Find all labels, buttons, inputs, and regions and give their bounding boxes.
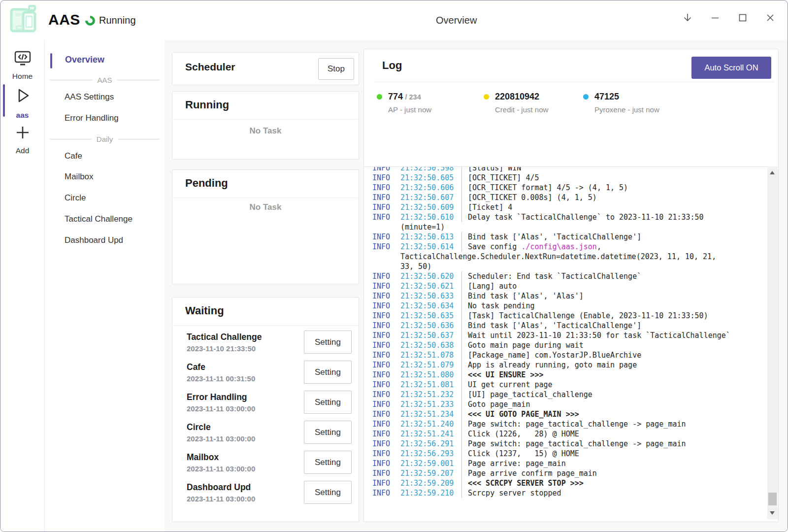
setting-button[interactable]: Setting [304,361,352,384]
log-line: INFO21:32:51.079App is already running, … [372,360,765,370]
log-message: [Status] WIN [468,166,765,173]
log-time: 21:32:59.207 [400,468,455,478]
waiting-task-time: 2023-11-11 03:00:00 [187,404,255,413]
log-separator [461,281,462,291]
log-time: 21:32:50.609 [400,202,455,212]
log-level: INFO [372,166,400,173]
log-level: INFO [372,271,400,281]
ap-dot-icon [377,94,382,100]
waiting-task-name: Dashboard Upd [187,482,255,493]
download-arrow-button[interactable] [677,7,698,28]
log-line: INFO21:32:56.293Click (1237, 15) @ HOME [372,449,765,459]
aas-label: aas [16,111,29,120]
ap-value: 774 [388,92,403,101]
waiting-row-text: Circle 2023-11-11 03:00:00 [187,422,255,443]
menu-item-error-handling[interactable]: Error Handling [65,113,119,123]
log-separator [461,193,462,202]
log-level: INFO [372,202,400,212]
log-level: INFO [372,429,400,439]
menu-item-aas-settings[interactable]: AAS Settings [65,92,114,102]
log-level: INFO [372,370,400,380]
menu-item-mailbox[interactable]: Mailbox [65,172,94,182]
setting-button[interactable]: Setting [304,481,352,504]
log-message: Save config ./config\aas.json, [468,242,765,252]
scrollbar-thumb[interactable] [768,493,777,505]
maximize-button[interactable] [732,7,753,28]
log-message: [OCR_TICKET] 4/5 [468,173,765,183]
page-title: Overview [436,15,477,26]
waiting-row-text: Dashboard Upd 2023-11-11 03:00:00 [187,482,255,503]
credit-dot-icon [484,94,489,100]
setting-button[interactable]: Setting [304,331,352,354]
log-time: 21:32:50.605 [400,173,455,183]
log-message: Scheduler: End task `TacticalChallenge` [468,271,765,281]
waiting-task-name: Cafe [187,362,255,372]
setting-button[interactable]: Setting [304,391,352,414]
log-message: No task pending [468,301,765,311]
log-time: 21:32:51.078 [400,350,455,360]
log-line: INFO21:32:59.001Page arrive: page_main [372,459,765,468]
log-line: INFO21:32:50.633Bind task ['Alas', 'Alas… [372,291,765,301]
auto-scroll-toggle-button[interactable]: Auto Scroll ON [691,57,771,79]
pending-title: Pending [185,177,228,190]
log-level: INFO [372,360,400,370]
log-separator [461,459,462,468]
sidebar-item-home[interactable]: Home [0,51,44,81]
menu-divider-daily: Daily [50,134,160,144]
log-separator [461,166,462,173]
log-line: INFO21:32:51.234<<< UI GOTO PAGE_MAIN >>… [372,409,765,419]
log-level: INFO [372,331,400,340]
log-level: INFO [372,449,400,459]
pyroxene-value: 47125 [594,92,619,101]
log-level: INFO [372,212,400,222]
log-message: [Lang] auto [468,281,765,291]
menu-item-dashboard-upd[interactable]: Dashboard Upd [65,235,123,245]
waiting-row-text: Mailbox 2023-11-11 03:00:00 [187,452,255,473]
sidebar-item-add[interactable]: Add [0,125,44,155]
setting-button[interactable]: Setting [304,451,352,474]
log-separator [461,360,462,370]
log-message: Goto page_main [468,399,765,409]
waiting-task-time: 2023-11-11 00:31:50 [187,374,255,383]
menu-item-circle[interactable]: Circle [65,193,86,203]
log-separator [461,429,462,439]
waiting-task-name: Mailbox [187,452,255,463]
log-level: INFO [372,340,400,350]
menu-item-overview[interactable]: Overview [65,55,104,65]
menu-item-tactical-challenge[interactable]: Tactical Challenge [65,214,132,224]
log-message: [UI] page_tactical_challenge [468,390,765,399]
log-separator [461,350,462,360]
log-line: INFO21:32:51.233Goto page_main [372,399,765,409]
log-separator [461,380,462,390]
log-level: INFO [372,419,400,429]
log-level: INFO [372,281,400,291]
waiting-row: Circle 2023-11-11 03:00:00 Setting [172,417,359,447]
close-button[interactable] [760,7,781,28]
log-time: 21:32:50.637 [400,331,455,340]
log-level: INFO [372,242,400,252]
log-line: INFO21:32:51.078[Package_name] com.Yosta… [372,350,765,360]
log-scrollbar[interactable] [767,166,778,519]
log-level: INFO [372,232,400,242]
minimize-button[interactable] [705,7,725,28]
menu-item-cafe[interactable]: Cafe [65,151,82,161]
waiting-task-name: Tactical Challenge [187,332,262,342]
log-scroll-area[interactable]: INFO21:32:50.598[Status] WIN INFO21:32:5… [364,166,778,520]
log-line: INFO21:32:51.241Click (1226, 28) @ HOME [372,429,765,439]
log-line: INFO21:32:50.606[OCR_TICKET format] 4/5 … [372,183,765,193]
waiting-row: Dashboard Upd 2023-11-11 03:00:00 Settin… [172,477,359,507]
scroll-down-arrow-icon[interactable] [770,511,775,515]
log-level: INFO [372,478,400,488]
setting-button[interactable]: Setting [304,421,352,444]
log-message: <<< UI ENSURE >>> [468,370,765,380]
log-time: 21:32:51.241 [400,429,455,439]
stop-button[interactable]: Stop [318,58,354,80]
log-level: INFO [372,409,400,419]
sidebar-item-aas[interactable]: aas [0,86,44,120]
log-line: INFO21:32:59.210Scrcpy server stopped [372,488,765,498]
log-separator [461,173,462,183]
log-line: INFO21:32:50.637Wait until 2023-11-10 21… [372,331,765,340]
divider [173,119,358,120]
log-message: 33, 50) [400,262,765,271]
scroll-up-arrow-icon[interactable] [770,171,775,174]
